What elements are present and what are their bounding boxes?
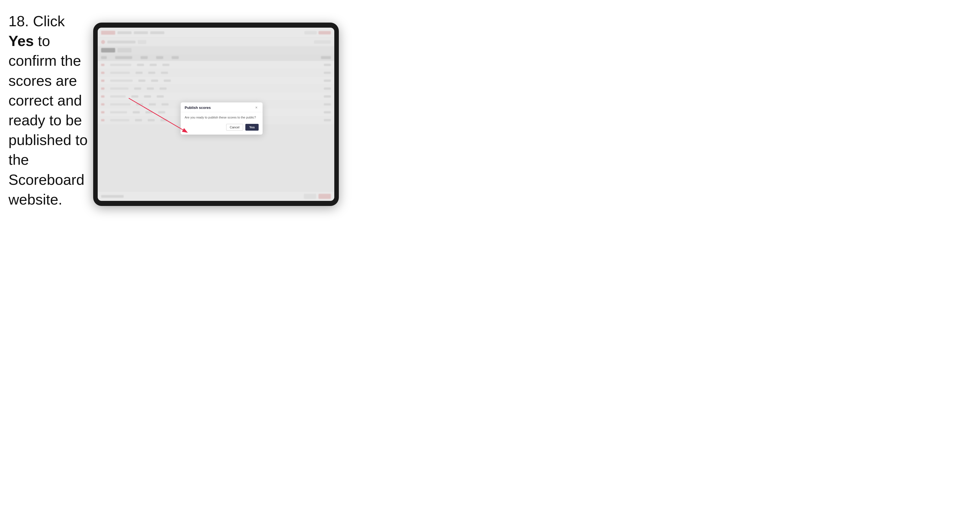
modal-title: Publish scores <box>185 105 211 110</box>
tablet-screen: Publish scores × Are you ready to publis… <box>98 28 334 201</box>
modal-header: Publish scores × <box>181 102 262 112</box>
modal-overlay: Publish scores × Are you ready to publis… <box>98 28 334 201</box>
tablet-shell: Publish scores × Are you ready to publis… <box>93 22 339 206</box>
yes-emphasis: Yes <box>8 33 34 49</box>
step-number: 18. <box>8 13 29 29</box>
instruction-suffix: to confirm the scores are correct and re… <box>8 33 88 208</box>
modal-actions: Cancel Yes <box>185 124 259 131</box>
modal-body: Are you ready to publish these scores to… <box>181 112 262 135</box>
modal-message: Are you ready to publish these scores to… <box>185 115 259 120</box>
tablet: Publish scores × Are you ready to publis… <box>93 22 339 206</box>
yes-button[interactable]: Yes <box>245 124 259 131</box>
cancel-button[interactable]: Cancel <box>226 124 243 131</box>
modal-close-button[interactable]: × <box>254 105 259 110</box>
instruction-prefix: Click <box>33 13 65 29</box>
publish-scores-dialog: Publish scores × Are you ready to publis… <box>181 102 262 135</box>
instruction-text: 18. Click Yes to confirm the scores are … <box>8 11 90 210</box>
